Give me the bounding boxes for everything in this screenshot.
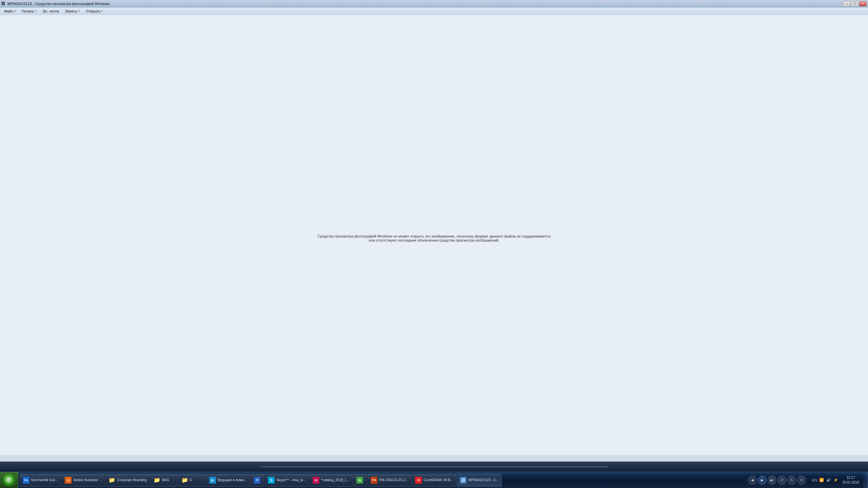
window-controls: ─ ❐ ✕ (843, 1, 867, 6)
tray-time: 12:17 (846, 475, 855, 480)
taskbar-label-viewer: MP900423123 - С... (468, 478, 499, 482)
taskbar-label-folder6: 6 (190, 478, 192, 482)
media-next-button[interactable]: ▶| (768, 476, 776, 485)
taskbar-item-bag[interactable]: 📁 BAG (151, 474, 178, 487)
taskbar-label-coreldraw: CorelDRAW X8 В... (423, 478, 453, 482)
menu-email[interactable]: Эл. почта (40, 8, 62, 14)
taskbar: Ps fond famille Exe... Ai Adobe Illustra… (0, 472, 868, 488)
taskbar-item-viewer[interactable]: 🖼 MP900423123 - С... (457, 474, 502, 487)
tray-lang[interactable]: EN (811, 477, 817, 483)
menu-open[interactable]: Открыть ▾ (83, 8, 105, 14)
close-button[interactable]: ✕ (859, 1, 867, 6)
taskbar-label-photoshop: fond famille Exe... (31, 478, 58, 482)
taskbar-item-unknown[interactable]: N (353, 474, 367, 487)
taskbar-label-corp-branding: Corporate Branding (117, 478, 146, 482)
taskbar-items: Ps fond famille Exe... Ai Adobe Illustra… (18, 472, 745, 488)
menu-bar: Файл ▾ Печать ▾ Эл. почта Запись ▾ Откры… (0, 7, 868, 15)
start-button[interactable] (0, 472, 18, 488)
app-icon: 🖼 (1, 1, 6, 6)
corel-icon: X8 (415, 477, 422, 484)
system-tray: EN 📶 🔊 ⚡ 12:17 29.01.2018 (809, 472, 864, 488)
minimize-button[interactable]: ─ (843, 1, 850, 6)
folder-6-icon: 📁 (181, 477, 188, 484)
start-orb-inner (6, 477, 13, 484)
pm-icon: PM (371, 477, 377, 484)
taskbar-label-illustrator: Adobe Illustrator ... (73, 478, 102, 482)
tray-clock[interactable]: 12:17 29.01.2018 (840, 475, 861, 485)
error-message: Средство просмотра фотографий Windows не… (315, 234, 553, 242)
id-icon: Id (313, 477, 319, 484)
progress-bar[interactable] (260, 466, 608, 467)
folder-corp-icon: 📁 (108, 477, 115, 484)
media-prev-button[interactable]: ◀ (748, 476, 757, 485)
ps-icon: Ps (23, 477, 29, 484)
taskbar-item-photoshop[interactable]: Ps fond famille Exe... (20, 474, 61, 487)
menu-file-arrow: ▾ (14, 9, 16, 13)
taskbar-item-ie[interactable]: e Ведущие в Алма... (206, 474, 250, 487)
taskbar-item-corp-branding[interactable]: 📁 Corporate Branding (105, 474, 150, 487)
tray-speaker-icon[interactable]: 🔊 (826, 477, 832, 483)
taskbar-item-mail[interactable]: ✉ (251, 474, 264, 487)
ai-icon: Ai (65, 477, 72, 484)
skype-icon: S (268, 477, 275, 484)
menu-print[interactable]: Печать ▾ (19, 8, 39, 14)
tray-icons: EN 📶 🔊 ⚡ (811, 477, 839, 483)
start-orb (3, 474, 15, 486)
media-controls: ◀ ▶ ▶| ↺ ↻ ✕ (745, 476, 809, 485)
taskbar-label-pm: PM-1554-01-01-2... (379, 478, 409, 482)
menu-open-arrow: ▾ (101, 9, 103, 13)
app-icon-n: N (356, 477, 363, 484)
mail-icon: ✉ (254, 477, 260, 484)
viewer-icon: 🖼 (460, 477, 467, 484)
folder-bag-icon: 📁 (154, 477, 160, 484)
ie-icon: e (209, 477, 216, 484)
tray-battery-icon[interactable]: ⚡ (833, 477, 839, 483)
media-rotate-left-button[interactable]: ↺ (777, 476, 786, 485)
maximize-button[interactable]: ❐ (851, 1, 859, 6)
taskbar-item-coreldraw[interactable]: X8 CorelDRAW X8 В... (412, 474, 456, 487)
menu-file[interactable]: Файл ▾ (1, 8, 18, 14)
title-bar: 🖼 MP900423123 - Средство просмотра фотог… (0, 0, 868, 7)
taskbar-item-pm[interactable]: PM PM-1554-01-01-2... (368, 474, 412, 487)
taskbar-label-bag: BAG (162, 478, 169, 482)
taskbar-item-illustrator[interactable]: Ai Adobe Illustrator ... (62, 474, 105, 487)
taskbar-label-indesign: *catalog_2018_1... (321, 478, 349, 482)
menu-print-arrow: ▾ (35, 9, 36, 13)
taskbar-item-folder6[interactable]: 📁 6 (178, 474, 205, 487)
main-content: Средство просмотра фотографий Windows не… (0, 15, 868, 462)
window-title: MP900423123 - Средство просмотра фотогра… (7, 2, 110, 6)
tray-date: 29.01.2018 (842, 480, 859, 485)
aero-peek-button[interactable] (864, 472, 868, 488)
title-bar-left: 🖼 MP900423123 - Средство просмотра фотог… (1, 1, 110, 6)
taskbar-item-skype[interactable]: S Skype™ - irina_lu... (265, 474, 309, 487)
menu-record-arrow: ▾ (78, 9, 80, 13)
tray-network-icon[interactable]: 📶 (818, 477, 825, 483)
taskbar-label-skype: Skype™ - irina_lu... (276, 478, 306, 482)
taskbar-item-indesign[interactable]: Id *catalog_2018_1... (310, 474, 352, 487)
media-delete-button[interactable]: ✕ (797, 476, 806, 485)
menu-record[interactable]: Запись ▾ (62, 8, 82, 14)
media-rotate-right-button[interactable]: ↻ (787, 476, 796, 485)
media-play-button[interactable]: ▶ (758, 476, 767, 485)
taskbar-label-ie: Ведущие в Алма... (218, 478, 247, 482)
media-progress-bar (0, 462, 868, 472)
